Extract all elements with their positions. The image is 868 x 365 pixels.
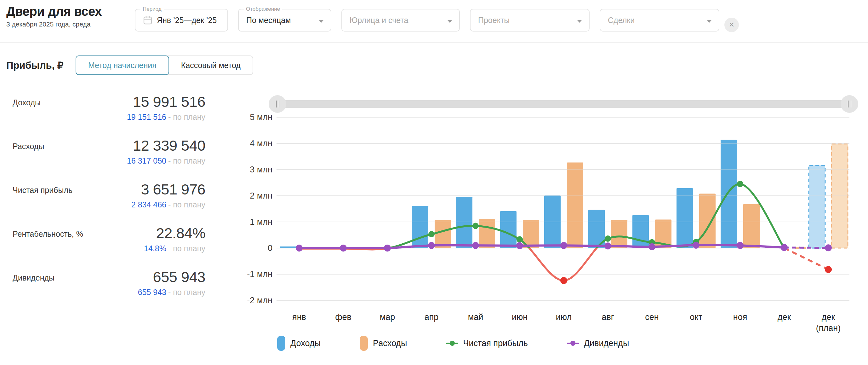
chart-legend: Доходы Расходы Чистая прибыль Дивиденды <box>277 336 868 351</box>
period-field-label: Период <box>141 6 164 12</box>
projects-select[interactable]: Проекты <box>470 9 590 31</box>
svg-text:ноя: ноя <box>733 312 747 322</box>
metric-plan: 16 317 050- по плану <box>127 156 205 166</box>
close-button[interactable]: ✕ <box>724 18 739 32</box>
section-head: Прибыль, ₽ Метод начисления Кассовый мет… <box>0 43 868 80</box>
filter-bar: Период Янв ’25—дек ’25 Отображение По ме… <box>135 9 719 31</box>
metric-label: Расходы <box>12 137 44 166</box>
legend-item-expenses: Расходы <box>360 336 407 351</box>
metric-row-profitability: Рентабельность, % 22.84% 14.8%- по плану <box>12 225 205 253</box>
svg-text:сен: сен <box>645 312 658 322</box>
metric-label: Доходы <box>12 94 41 122</box>
metric-value: 15 991 516 <box>127 94 205 110</box>
metrics-panel: Доходы 15 991 516 19 151 516- по плану Р… <box>0 80 243 351</box>
deals-select[interactable]: Сделки <box>600 9 719 31</box>
page-title: Двери для всех <box>6 4 135 19</box>
period-field[interactable]: Период Янв ’25—дек ’25 <box>135 9 228 31</box>
svg-text:5 млн: 5 млн <box>250 114 273 122</box>
main: Доходы 15 991 516 19 151 516- по плану Р… <box>0 80 868 351</box>
metric-label: Рентабельность, % <box>12 225 83 253</box>
svg-text:мар: мар <box>380 312 395 322</box>
chevron-down-icon <box>319 20 324 23</box>
metric-row-dividends: Дивиденды 655 943 655 943- по плану <box>12 269 205 297</box>
legend-item-dividends: Дивиденды <box>567 339 629 348</box>
expenses-swatch <box>360 336 368 351</box>
metric-value: 22.84% <box>144 225 205 242</box>
header: Двери для всех 3 декабря 2025 года, сред… <box>0 0 868 43</box>
svg-text:авг: авг <box>601 312 614 322</box>
entities-placeholder: Юрлица и счета <box>350 16 408 25</box>
metric-row-expenses: Расходы 12 339 540 16 317 050- по плану <box>12 137 205 166</box>
tab-accrual-method[interactable]: Метод начисления <box>75 55 169 75</box>
svg-text:3 млн: 3 млн <box>250 165 273 174</box>
svg-text:2 млн: 2 млн <box>250 191 273 200</box>
dividends-swatch <box>567 341 579 346</box>
range-slider[interactable] <box>243 95 868 113</box>
title-block: Двери для всех 3 декабря 2025 года, сред… <box>6 4 135 28</box>
svg-text:янв: янв <box>292 312 306 322</box>
tab-cash-method[interactable]: Кассовый метод <box>166 55 253 75</box>
metric-row-net-profit: Чистая прибыль 3 651 976 2 834 466- по п… <box>12 181 205 209</box>
income-swatch <box>277 336 285 351</box>
display-value: По месяцам <box>246 16 291 25</box>
metric-plan: 19 151 516- по плану <box>127 113 205 122</box>
legend-item-income: Доходы <box>277 336 321 351</box>
slider-handle-right[interactable] <box>841 95 858 113</box>
svg-text:дек(план): дек(план) <box>816 312 841 333</box>
svg-text:1 млн: 1 млн <box>250 217 273 227</box>
svg-text:июн: июн <box>512 312 528 322</box>
svg-text:дек: дек <box>778 312 791 322</box>
close-icon: ✕ <box>729 21 735 29</box>
svg-text:июл: июл <box>556 312 572 322</box>
net-profit-swatch <box>446 341 458 346</box>
page-subtitle: 3 декабря 2025 года, среда <box>6 21 135 28</box>
svg-text:фев: фев <box>335 312 351 322</box>
entities-select[interactable]: Юрлица и счета <box>341 9 460 31</box>
svg-text:апр: апр <box>425 312 439 322</box>
legend-item-net-profit: Чистая прибыль <box>446 339 528 348</box>
projects-placeholder: Проекты <box>478 16 509 25</box>
chevron-down-icon <box>447 20 452 23</box>
metric-plan: 655 943- по плану <box>138 288 205 297</box>
chevron-down-icon <box>577 20 582 23</box>
metric-value: 12 339 540 <box>127 137 205 154</box>
svg-text:4 млн: 4 млн <box>250 139 273 148</box>
period-value: Янв ’25—дек ’25 <box>157 16 217 25</box>
method-tabs: Метод начисления Кассовый метод <box>75 55 253 75</box>
chevron-down-icon <box>707 20 712 23</box>
deals-placeholder: Сделки <box>608 16 634 25</box>
metric-value: 3 651 976 <box>131 181 205 198</box>
metric-row-income: Доходы 15 991 516 19 151 516- по плану <box>12 94 205 122</box>
profit-chart: 5 млн4 млн3 млн2 млн1 млн0-1 млн-2 млнян… <box>243 114 868 335</box>
metric-label: Чистая прибыль <box>12 181 72 209</box>
svg-text:0: 0 <box>268 243 273 253</box>
chart-column: 5 млн4 млн3 млн2 млн1 млн0-1 млн-2 млнян… <box>243 80 868 351</box>
metric-plan: 14.8%- по плану <box>144 244 205 253</box>
display-select[interactable]: Отображение По месяцам <box>238 9 331 31</box>
svg-text:-1 млн: -1 млн <box>247 270 273 279</box>
metric-label: Дивиденды <box>12 269 55 297</box>
metric-value: 655 943 <box>138 269 205 285</box>
svg-text:окт: окт <box>690 312 702 322</box>
calendar-icon <box>143 16 152 25</box>
range-slider-track[interactable] <box>277 100 849 108</box>
section-title: Прибыль, ₽ <box>6 60 75 71</box>
svg-text:-2 млн: -2 млн <box>247 296 273 305</box>
svg-text:май: май <box>468 312 484 322</box>
slider-handle-left[interactable] <box>269 95 286 113</box>
metric-plan: 2 834 466- по плану <box>131 200 205 209</box>
display-select-label: Отображение <box>244 6 282 12</box>
